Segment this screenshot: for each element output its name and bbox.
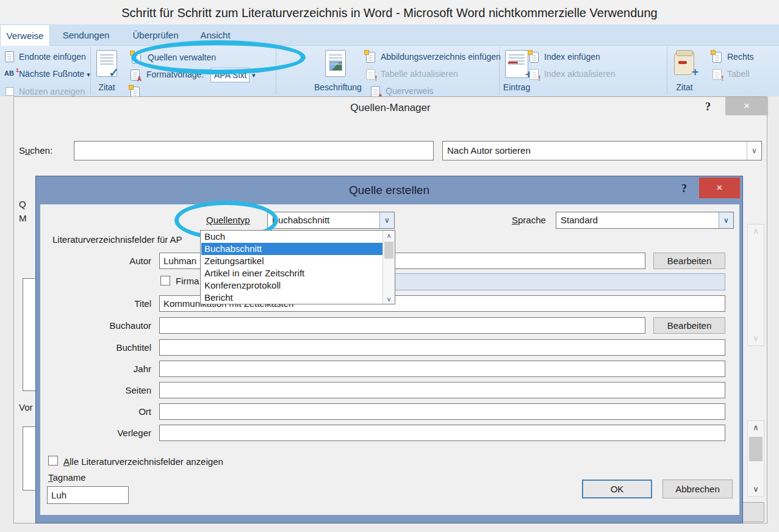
tab-sendungen[interactable]: Sendungen	[58, 24, 114, 46]
scroll-down-icon[interactable]: ∨	[383, 294, 395, 304]
dropdown-arrow-icon: ▾	[87, 71, 90, 78]
formatvorlage-dropdown-icon[interactable]: ▾	[252, 70, 256, 79]
seiten-label: Seiten	[83, 385, 151, 395]
jahr-label: Jahr	[83, 364, 151, 374]
abbildungsverzeichnis-einfuegen-button[interactable]: Abbildungsverzeichnis einfügen	[381, 52, 501, 62]
dropdown-scrollbar[interactable]: ∧ ∨	[382, 231, 395, 304]
autor-bearbeiten-button[interactable]: Bearbeiten	[653, 253, 725, 269]
help-icon[interactable]: ?	[681, 182, 687, 195]
index-einfuegen-icon	[530, 52, 539, 63]
scroll-down-icon[interactable]: ∨	[748, 332, 764, 345]
naechste-fussnote-button[interactable]: Nächste Fußnote ▾	[19, 69, 90, 79]
endnote-icon	[5, 51, 14, 62]
zitat2-icon: +	[674, 52, 694, 75]
index-einfuegen-button[interactable]: Index einfügen	[544, 52, 600, 62]
verleger-input[interactable]	[159, 425, 725, 441]
scrollbar-thumb[interactable]	[384, 242, 393, 259]
preview-scrollbar[interactable]: ∧ ∨	[747, 420, 764, 497]
quellen-verwalten-button[interactable]: Quellen verwalten	[148, 52, 216, 62]
querverweis-icon: a	[371, 86, 380, 97]
dropdown-option[interactable]: Konferenzprotokoll	[201, 279, 382, 292]
dropdown-option[interactable]: Buch	[201, 231, 382, 243]
rechtsgrundlagen-icon	[713, 52, 722, 63]
next-footnote-icon: AB	[4, 70, 18, 79]
sort-value: Nach Autor sortieren	[447, 142, 531, 160]
scroll-up-icon[interactable]: ∧	[383, 231, 395, 240]
show-all-fields-checkbox[interactable]	[48, 456, 58, 466]
endnote-einfuegen-button[interactable]: Endnote einfügen	[19, 52, 86, 62]
formatvorlage-icon: A	[131, 70, 140, 81]
ort-input[interactable]	[159, 403, 725, 420]
page-title: Schritt für Schritt zum Literaturverzeic…	[0, 0, 779, 24]
titel-label: Titel	[83, 298, 151, 309]
jahr-input[interactable]	[159, 361, 725, 377]
buchautor-bearbeiten-button[interactable]: Bearbeiten	[653, 317, 725, 334]
scroll-up-icon[interactable]: ∧	[748, 225, 764, 238]
quellentyp-dropdown-icon[interactable]: ∨	[379, 212, 394, 228]
quellen-verwalten-icon	[132, 52, 141, 63]
formatvorlage-select[interactable]: APA Sixt	[210, 68, 249, 82]
ribbon-tab-bar: Verweise Sendungen Überprüfen Ansicht	[0, 24, 779, 46]
buchautor-label: Buchautor	[83, 320, 151, 331]
close-icon: ×	[717, 182, 723, 193]
sort-dropdown-icon[interactable]: ∨	[747, 142, 761, 160]
sort-select[interactable]: Nach Autor sortieren ∨	[442, 141, 762, 160]
sprache-value: Standard	[561, 212, 598, 228]
sprache-dropdown-icon[interactable]: ∨	[719, 212, 733, 228]
quellentyp-dropdown-list: Buch Buchabschnitt Zeitungsartikel Artik…	[200, 230, 395, 304]
quelle-erstellen-dialog: Quelle erstellen ? × Quellentyp Buchabsc…	[35, 176, 743, 523]
close-icon: ×	[744, 100, 750, 112]
tabell-button: Tabell	[727, 69, 750, 79]
show-all-fields-label: Alle Literaturverzeichnisfelder anzeigen	[63, 456, 223, 467]
group-separator	[667, 47, 667, 95]
dropdown-option[interactable]: Bericht	[201, 292, 382, 304]
tagname-input[interactable]	[47, 486, 129, 504]
ort-label: Ort	[83, 406, 151, 417]
tabelle-aktualisieren-button: Tabelle aktualisieren	[381, 69, 458, 79]
formatvorlage-label: Formatvorlage:	[146, 70, 204, 79]
partial-label-m: M	[19, 213, 27, 223]
quellentyp-value: Buchabschnitt	[272, 212, 329, 228]
autor-label: Autor	[83, 256, 151, 266]
search-input[interactable]	[74, 141, 434, 160]
firma-label: Firma	[176, 276, 199, 286]
quellentyp-select[interactable]: Buchabschnitt ∨	[267, 212, 395, 229]
list-scrollbar[interactable]: ∧ ∨	[747, 224, 764, 346]
close-button[interactable]: ×	[699, 178, 740, 198]
dropdown-option[interactable]: Artikel in einer Zeitschrift	[201, 267, 382, 279]
scroll-down-icon[interactable]: ∨	[748, 483, 764, 496]
partial-label-vorschau: Vor	[19, 402, 33, 412]
sprache-select[interactable]: Standard ∨	[556, 212, 734, 229]
seiten-input[interactable]	[159, 382, 725, 398]
buchautor-input[interactable]	[159, 317, 645, 334]
dialog-body: Quellentyp Buchabschnitt ∨ Sprache Stand…	[40, 204, 739, 515]
help-icon[interactable]: ?	[705, 101, 711, 113]
cancel-button[interactable]: Abbrechen	[662, 480, 733, 498]
ok-button[interactable]: OK	[582, 480, 652, 498]
abbildungsverzeichnis-icon	[366, 52, 375, 63]
rechts-button[interactable]: Rechts	[727, 52, 754, 62]
tabelle2-icon: !	[713, 69, 722, 80]
sprache-label: Sprache	[512, 215, 546, 225]
tab-ansicht[interactable]: Ansicht	[194, 24, 237, 46]
group-separator	[276, 47, 276, 95]
dropdown-option[interactable]: Zeitungsartikel	[201, 255, 382, 267]
index-aktualisieren-icon: !	[530, 69, 539, 80]
tab-verweise[interactable]: Verweise	[0, 24, 50, 46]
buchtitel-label: Buchtitel	[83, 342, 151, 353]
buchtitel-input[interactable]	[159, 339, 725, 356]
firma-checkbox[interactable]	[160, 276, 170, 286]
quellen-manager-title: Quellen-Manager	[14, 97, 767, 118]
dropdown-option-selected[interactable]: Buchabschnitt	[201, 243, 382, 255]
search-label: Suchen:	[19, 145, 52, 156]
tabelle-aktualisieren-icon: !	[366, 69, 375, 80]
quellentyp-label: Quellentyp	[206, 215, 250, 225]
tab-ueberpruefen[interactable]: Überprüfen	[124, 24, 187, 46]
tagname-label: Tagname	[48, 472, 86, 483]
partial-label-q: Q	[19, 199, 26, 209]
scrollbar-thumb[interactable]	[749, 437, 763, 461]
beschriftung-icon	[325, 50, 346, 77]
querverweis-button[interactable]: Querverweis	[386, 86, 434, 96]
scroll-up-icon[interactable]: ∧	[748, 421, 764, 434]
close-button[interactable]: ×	[725, 97, 768, 115]
